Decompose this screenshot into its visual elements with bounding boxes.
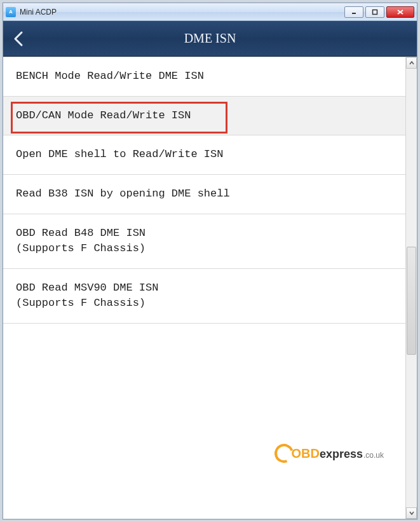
menu-item-label: OBD Read MSV90 DME ISN (Supports F Chass… [16, 282, 158, 310]
menu-list: BENCH Mode Read/Write DME ISN OBD/CAN Mo… [3, 57, 405, 324]
chevron-up-icon [409, 61, 414, 65]
window-title: Mini ACDP [20, 8, 57, 17]
menu-item-label: OBD Read B48 DME ISN (Supports F Chassis… [16, 227, 146, 255]
menu-item-label: OBD/CAN Mode Read/Write ISN [16, 109, 191, 121]
app-window: A Mini ACDP DME ISN BENCH Mode Read/Writ… [3, 3, 417, 519]
scroll-down-button[interactable] [406, 507, 417, 519]
app-icon: A [6, 7, 16, 17]
menu-item[interactable]: Open DME shell to Read/Write ISN [3, 135, 405, 175]
back-button[interactable] [3, 21, 34, 56]
menu-item[interactable]: Read B38 ISN by opening DME shell [3, 175, 405, 214]
watermark: OBDexpress.co.uk [274, 444, 384, 463]
scrollbar[interactable] [405, 57, 417, 519]
watermark-suffix: .co.uk [363, 451, 384, 460]
menu-item-label: Read B38 ISN by opening DME shell [16, 188, 230, 200]
navbar: DME ISN [3, 21, 417, 57]
minimize-button[interactable] [344, 6, 363, 18]
scroll-up-button[interactable] [406, 57, 417, 69]
menu-item-label: BENCH Mode Read/Write DME ISN [16, 70, 204, 82]
svg-rect-1 [373, 10, 377, 14]
scrollbar-track[interactable] [406, 69, 417, 507]
close-button[interactable] [386, 6, 414, 18]
page-title: DME ISN [3, 31, 417, 46]
minimize-icon [351, 9, 357, 15]
watermark-bold: OBD [291, 446, 319, 460]
maximize-button[interactable] [365, 6, 384, 18]
close-icon [396, 9, 404, 15]
scrollbar-thumb[interactable] [407, 247, 416, 355]
menu-item-label: Open DME shell to Read/Write ISN [16, 148, 223, 160]
content-area: BENCH Mode Read/Write DME ISN OBD/CAN Mo… [3, 57, 417, 519]
menu-item[interactable]: OBD Read B48 DME ISN (Supports F Chassis… [3, 214, 405, 269]
menu-item[interactable]: OBD Read MSV90 DME ISN (Supports F Chass… [3, 269, 405, 324]
watermark-rest: express [320, 448, 363, 460]
menu-item[interactable]: BENCH Mode Read/Write DME ISN [3, 57, 405, 97]
menu-item[interactable]: OBD/CAN Mode Read/Write ISN [3, 97, 405, 136]
scroll-area: BENCH Mode Read/Write DME ISN OBD/CAN Mo… [3, 57, 405, 519]
watermark-ring-icon [272, 441, 297, 466]
chevron-down-icon [409, 511, 414, 515]
titlebar: A Mini ACDP [3, 3, 417, 21]
maximize-icon [372, 9, 378, 15]
chevron-left-icon [13, 31, 24, 47]
